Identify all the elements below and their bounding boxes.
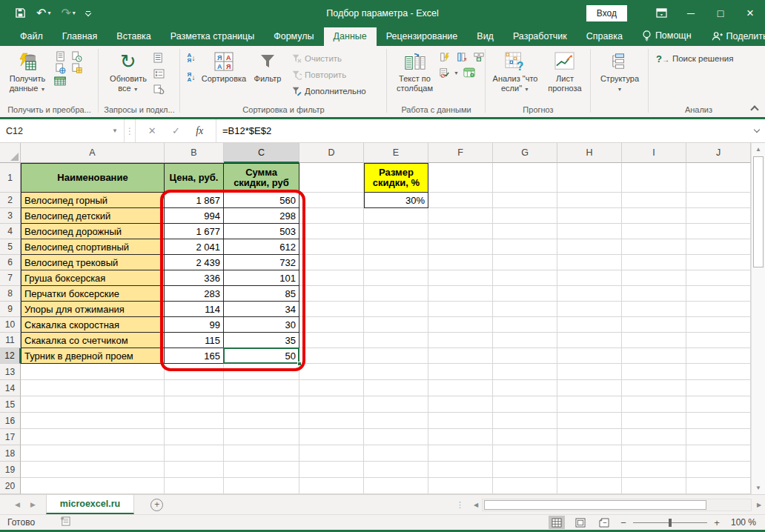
cell-J17[interactable] — [686, 429, 751, 445]
cell-J2[interactable] — [686, 193, 751, 208]
cell-C6[interactable]: 732 — [224, 255, 299, 270]
row-header-20[interactable]: 20 — [0, 478, 21, 494]
cell-C3[interactable]: 298 — [224, 208, 299, 224]
cell-J10[interactable] — [686, 317, 751, 333]
scroll-right-icon[interactable]: ▶ — [753, 502, 765, 508]
zoom-in-button[interactable]: + — [713, 517, 721, 528]
cell-B10[interactable]: 99 — [165, 317, 224, 333]
forecast-sheet-button[interactable]: Лист прогноза — [542, 49, 588, 95]
remove-duplicates-icon[interactable] — [455, 51, 468, 63]
expand-formula-bar-icon[interactable] — [749, 119, 765, 142]
cell-A19[interactable] — [21, 462, 165, 478]
cell-C2[interactable]: 560 — [224, 193, 299, 208]
cell-I5[interactable] — [622, 239, 686, 255]
cell-C1[interactable]: Сумма скидки, руб — [224, 163, 299, 193]
close-button[interactable]: × — [735, 0, 765, 26]
tab-вид[interactable]: Вид — [467, 27, 503, 46]
name-box[interactable]: C12 ▼ — [0, 119, 125, 142]
cell-I12[interactable] — [622, 348, 686, 364]
cell-J15[interactable] — [686, 396, 751, 413]
reapply-filter-button[interactable]: Повторить — [291, 67, 366, 83]
cell-J16[interactable] — [686, 413, 751, 429]
cell-B3[interactable]: 994 — [165, 208, 224, 224]
cell-E18[interactable] — [364, 445, 428, 462]
cell-F3[interactable] — [428, 208, 493, 224]
cell-H4[interactable] — [557, 224, 622, 239]
cell-F1[interactable] — [428, 163, 493, 193]
undo-button[interactable]: ↶ ▾ — [36, 7, 50, 19]
cell-B15[interactable] — [165, 396, 224, 413]
cell-F4[interactable] — [428, 224, 493, 239]
cell-E14[interactable] — [364, 380, 428, 396]
cell-A2[interactable]: Велосипед горный — [21, 193, 165, 208]
column-header-A[interactable]: A — [21, 143, 165, 163]
zoom-level[interactable]: 100 % — [728, 517, 756, 528]
cell-G4[interactable] — [493, 224, 557, 239]
cell-D6[interactable] — [299, 255, 364, 270]
cell-B19[interactable] — [165, 462, 224, 478]
cell-H17[interactable] — [557, 429, 622, 445]
cell-I10[interactable] — [622, 317, 686, 333]
cell-J12[interactable] — [686, 348, 751, 364]
cell-F20[interactable] — [428, 478, 493, 494]
text-to-columns-button[interactable]: Текст по столбцам — [391, 49, 438, 95]
row-header-6[interactable]: 6 — [0, 255, 21, 270]
recent-sources-icon[interactable] — [70, 50, 83, 62]
cell-A5[interactable]: Велосипед спортивный — [21, 239, 165, 255]
row-header-16[interactable]: 16 — [0, 413, 21, 429]
tab-данные[interactable]: Данные — [324, 27, 377, 46]
column-header-H[interactable]: H — [557, 143, 622, 163]
undo-caret-icon[interactable]: ▾ — [47, 10, 50, 16]
cell-D19[interactable] — [299, 462, 364, 478]
cell-H5[interactable] — [557, 239, 622, 255]
cell-C11[interactable]: 35 — [224, 333, 299, 348]
row-header-3[interactable]: 3 — [0, 208, 21, 224]
cell-H12[interactable] — [557, 348, 622, 364]
cell-A6[interactable]: Велосипед трековый — [21, 255, 165, 270]
cell-J8[interactable] — [686, 286, 751, 302]
refresh-all-button[interactable]: ↻ Обновить все ▼ — [105, 49, 152, 96]
cell-E1[interactable]: Размер скидки, % — [364, 163, 428, 193]
cell-G16[interactable] — [493, 413, 557, 429]
cell-C7[interactable]: 101 — [224, 270, 299, 286]
row-header-19[interactable]: 19 — [0, 462, 21, 478]
cell-D14[interactable] — [299, 380, 364, 396]
cell-J20[interactable] — [686, 478, 751, 494]
tab-разметка-страницы[interactable]: Разметка страницы — [161, 27, 264, 46]
sheet-nav-right-icon[interactable]: ▶ — [30, 501, 36, 508]
cell-F19[interactable] — [428, 462, 493, 478]
cell-E16[interactable] — [364, 413, 428, 429]
cell-D16[interactable] — [299, 413, 364, 429]
cell-J9[interactable] — [686, 302, 751, 317]
tab-главная[interactable]: Главная — [53, 27, 107, 46]
consolidate-icon[interactable] — [472, 51, 486, 63]
cell-H6[interactable] — [557, 255, 622, 270]
from-text-csv-icon[interactable] — [53, 50, 67, 62]
cell-A9[interactable]: Упоры для отжимания — [21, 302, 165, 317]
existing-connections-icon[interactable] — [53, 75, 67, 87]
cell-B1[interactable]: Цена, руб. — [165, 163, 224, 193]
tab-справка[interactable]: Справка — [577, 27, 632, 46]
tab-формулы[interactable]: Формулы — [264, 27, 323, 46]
cell-B2[interactable]: 1 867 — [165, 193, 224, 208]
cell-G6[interactable] — [493, 255, 557, 270]
advanced-filter-button[interactable]: Дополнительно — [291, 83, 366, 99]
row-header-5[interactable]: 5 — [0, 239, 21, 255]
column-header-D[interactable]: D — [299, 143, 364, 163]
row-header-15[interactable]: 15 — [0, 396, 21, 413]
column-header-F[interactable]: F — [428, 143, 493, 163]
tab-поделиться[interactable]: Поделиться — [701, 27, 765, 46]
cell-F15[interactable] — [428, 396, 493, 413]
cell-B14[interactable] — [165, 380, 224, 396]
cell-I20[interactable] — [622, 478, 686, 494]
cell-I14[interactable] — [622, 380, 686, 396]
cell-B4[interactable]: 1 677 — [165, 224, 224, 239]
cell-G12[interactable] — [493, 348, 557, 364]
cell-D10[interactable] — [299, 317, 364, 333]
redo-button[interactable]: ↷ ▾ — [61, 7, 75, 19]
cell-G3[interactable] — [493, 208, 557, 224]
select-all-corner[interactable] — [0, 143, 21, 163]
row-header-8[interactable]: 8 — [0, 286, 21, 302]
cell-B7[interactable]: 336 — [165, 270, 224, 286]
cell-A4[interactable]: Велосипед дорожный — [21, 224, 165, 239]
